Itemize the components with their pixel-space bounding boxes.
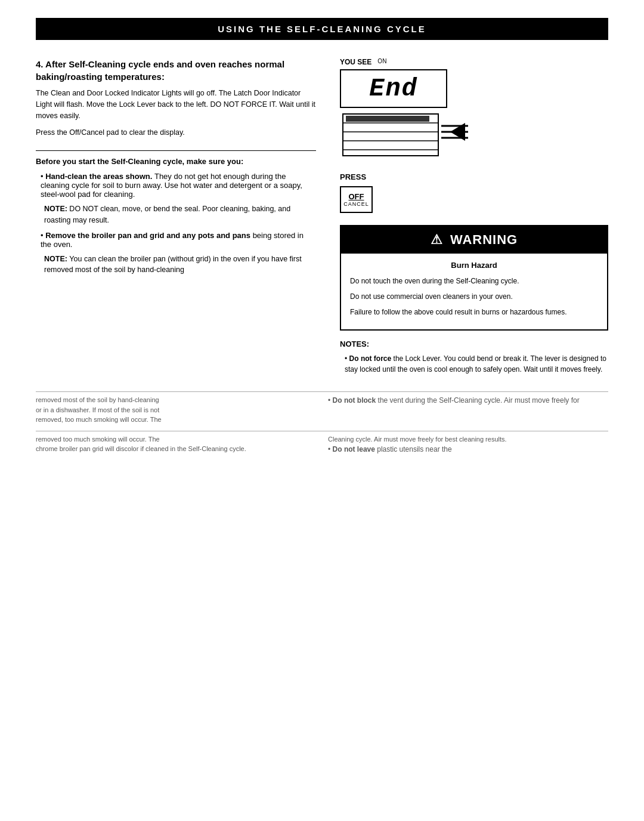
warning-header: ⚠ WARNING [341, 226, 607, 254]
main-content: 4. After Self-Cleaning cycle ends and ov… [36, 58, 608, 379]
press-section: PRESS OFF CANCEL [340, 172, 608, 213]
warning-text-1: Do not touch the oven during the Self-Cl… [350, 276, 598, 286]
bottom-right-text-2: Cleaning cycle. Air must move freely for… [328, 434, 608, 460]
svg-rect-5 [346, 116, 429, 122]
header-title: USING THE SELF-CLEANING CYCLE [218, 24, 426, 34]
page-header: USING THE SELF-CLEANING CYCLE [36, 18, 608, 40]
warning-box: ⚠ WARNING Burn Hazard Do not touch the o… [340, 225, 608, 331]
note-1: NOTE: DO NOT clean, move, or bend the se… [44, 203, 316, 226]
bullet-item-2: Remove the broiler pan and grid and any … [36, 231, 316, 249]
bottom-left-text-2: removed too much smoking will occur. The… [36, 434, 316, 460]
warning-triangle-icon: ⚠ [431, 232, 443, 248]
section4-heading: 4. After Self-Cleaning cycle ends and ov… [36, 58, 316, 83]
divider-line [36, 150, 316, 151]
bottom-right-text: Do not block the vent during the Self-Cl… [328, 395, 608, 425]
warning-text-3: Failure to follow the above could result… [350, 307, 598, 317]
before-heading: Before you start the Self-Cleaning cycle… [36, 157, 316, 166]
left-column: 4. After Self-Cleaning cycle ends and ov… [36, 58, 322, 379]
note-2: NOTE: You can clean the broiler pan (wit… [44, 254, 316, 276]
bullet-item-1: Hand-clean the areas shown. They do not … [36, 172, 316, 199]
warning-body: Burn Hazard Do not touch the oven during… [341, 254, 607, 329]
notes-section: NOTES: Do not force the Lock Lever. You … [340, 339, 608, 375]
off-cancel-button: OFF CANCEL [340, 186, 373, 213]
right-column: YOU SEE ON End [334, 58, 608, 379]
bottom-left-text: removed most of the soil by hand-cleanin… [36, 395, 316, 425]
notes-item-1: Do not force the Lock Lever. You could b… [340, 353, 608, 375]
page: USING THE SELF-CLEANING CYCLE 4. After S… [0, 18, 644, 821]
display-area: YOU SEE ON End [340, 58, 608, 161]
press-label: PRESS [340, 172, 608, 181]
press-text: Press the Off/Cancel pad to clear the di… [36, 127, 316, 138]
bottom-right-bullet-2: Do not leave plastic utensils near the [328, 444, 608, 455]
section4-body: The Clean and Door Locked Indicator Ligh… [36, 88, 316, 121]
display-box: End [340, 69, 447, 108]
warning-text-2: Do not use commercial oven cleaners in y… [350, 291, 598, 302]
oven-illustration [340, 111, 471, 159]
warning-subheading: Burn Hazard [350, 261, 598, 270]
bottom-content-2: removed too much smoking will occur. The… [36, 431, 608, 460]
bottom-content-1: removed most of the soil by hand-cleanin… [36, 391, 608, 425]
notes-heading: NOTES: [340, 339, 608, 348]
bottom-right-bullet: Do not block the vent during the Self-Cl… [328, 395, 608, 406]
you-see-label: YOU SEE ON [340, 58, 608, 66]
